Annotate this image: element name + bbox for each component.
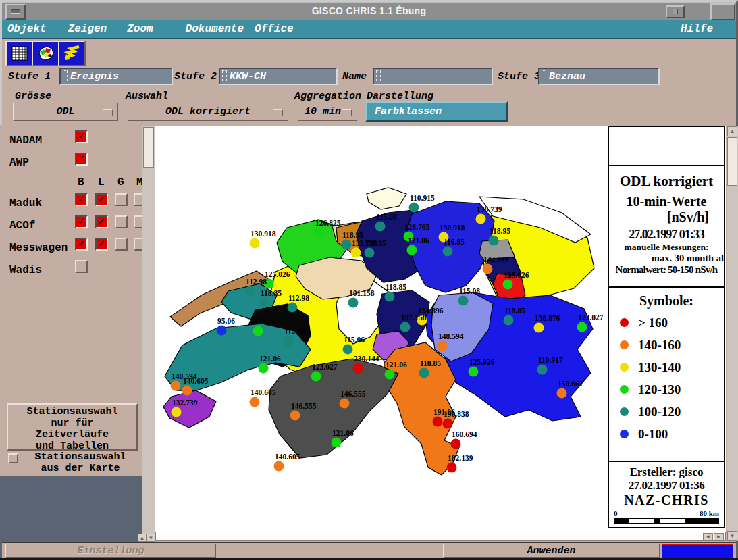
station-dot[interactable] [489,236,499,246]
aggregation-select[interactable]: 10 min [298,103,357,121]
darstellung-select[interactable]: Farbklassen [365,101,508,122]
station-dot[interactable] [250,397,260,407]
checkbox-acof-l[interactable]: ✓ [95,215,108,228]
hscroll-right-arrow-icon[interactable]: ► [714,533,724,541]
menu-item-zoom[interactable]: Zoom [122,23,158,35]
scroll-down-arrow-icon[interactable]: ▼ [147,534,155,542]
anwenden-button[interactable]: Anwenden [443,544,660,558]
station-dot[interactable] [504,315,514,326]
menu-item-office[interactable]: Office [249,23,299,35]
station-dot[interactable] [311,372,321,382]
stufe3-label: Stufe 3 [498,71,540,82]
station-dot[interactable] [534,323,544,333]
hscroll-left-arrow-icon[interactable]: ◄ [703,533,713,541]
left-scrollbar-thumb[interactable] [143,127,154,168]
station-dot[interactable] [343,345,353,355]
checkbox-nadam[interactable]: ✓ [75,130,88,143]
station-dot[interactable] [250,238,260,249]
station-dot[interactable] [274,461,284,472]
station-dot[interactable] [476,214,486,224]
station-dot[interactable] [438,341,448,351]
station-dot[interactable] [332,438,342,448]
checkbox-maduk-g[interactable] [115,193,128,206]
name-input[interactable] [373,68,493,85]
station-dot[interactable] [409,203,419,213]
station-dot[interactable] [419,368,429,378]
map-legend: ODL korrigiert 10-min-Werte [nSv/h] 27.0… [608,126,725,531]
station-dot[interactable] [458,296,469,306]
station-dot[interactable] [577,322,587,332]
station-dot[interactable] [451,439,461,449]
station-dot[interactable] [443,419,453,429]
station-dot[interactable] [537,365,548,375]
menu-item-objekt[interactable]: Objekt [2,23,52,35]
menu-item-dokumente[interactable]: Dokumente [180,23,249,35]
station-dot[interactable] [288,303,298,313]
einstellung-button[interactable]: Einstellung [5,544,216,558]
stationsauswahl-karte-checkbox[interactable] [8,453,18,463]
checkbox-acof-g[interactable] [115,215,128,228]
vscroll-down-arrow-icon[interactable]: ▼ [727,531,737,541]
station-dot[interactable] [385,370,395,380]
checkbox-wadis-b[interactable] [75,260,88,273]
menu-item-hilfe[interactable]: Hilfe [675,23,718,35]
station-value-label: 121.06 [254,317,275,326]
groesse-select[interactable]: ODL [13,103,118,121]
station-dot[interactable] [259,363,269,374]
station-dot[interactable] [483,264,493,274]
back-jump-button[interactable] [58,41,86,66]
station-value-label: 118.85 [261,289,282,297]
menu-item-zeigen[interactable]: Zeigen [63,23,113,35]
station-dot[interactable] [348,298,359,308]
station-dot[interactable] [182,386,192,396]
vscroll-up-arrow-icon[interactable]: ▲ [727,126,737,136]
auswahl-select[interactable]: ODL korrigiert [128,103,288,121]
station-dot[interactable] [245,286,255,297]
station-dot[interactable] [407,245,417,255]
window-menu-button[interactable] [5,4,26,20]
stufe3-input[interactable]: Beznau [538,68,660,85]
station-dot[interactable] [172,407,182,417]
map-vscrollbar[interactable]: ▲ ▼ [727,126,738,541]
station-dot[interactable] [340,399,350,409]
checkbox-messwagen-b[interactable]: ✓ [75,238,88,251]
minimize-button[interactable] [666,5,685,18]
station-dot[interactable] [351,248,361,258]
station-dot[interactable] [171,381,181,391]
stufe1-input[interactable]: Ereignis [59,68,173,85]
checkbox-messwagen-g[interactable] [115,238,128,251]
station-dot[interactable] [284,336,294,347]
station-dot[interactable] [365,248,375,258]
map-hscrollbar[interactable]: ◄ ► [155,532,726,541]
station-dot[interactable] [557,388,567,399]
scroll-up-arrow-icon[interactable]: ▲ [138,534,147,542]
station-dot[interactable] [400,322,411,332]
station-dot[interactable] [315,228,325,238]
station-dot[interactable] [342,240,352,250]
stationsauswahl-button[interactable]: Stationsauswahl nur für Zeitverläufe und… [7,403,138,451]
station-dot[interactable] [375,222,386,232]
map-view-button[interactable] [32,41,59,66]
station-dot[interactable] [503,280,513,290]
vscrollbar-thumb[interactable] [727,137,737,186]
station-dot[interactable] [433,417,443,427]
stufe2-input[interactable]: KKW-CH [219,68,338,85]
checkbox-acof-b[interactable]: ✓ [75,215,88,228]
station-dot[interactable] [217,326,227,336]
station-dot[interactable] [469,367,479,377]
station-dot[interactable] [253,326,263,336]
table-view-button[interactable] [5,41,33,66]
station-dot[interactable] [260,298,270,308]
station-dot[interactable] [443,247,453,257]
station-dot[interactable] [353,363,363,374]
checkbox-awp[interactable]: ✓ [75,153,88,166]
checkbox-maduk-l[interactable]: ✓ [95,193,108,206]
checkbox-maduk-b[interactable]: ✓ [75,193,88,206]
maximize-button[interactable] [710,3,735,20]
station-dot[interactable] [290,411,300,421]
station-dot[interactable] [447,463,457,473]
class-dot-icon [620,430,629,438]
left-scrollbar[interactable] [142,126,155,541]
station-dot[interactable] [385,292,395,302]
checkbox-messwagen-l[interactable]: ✓ [95,238,108,251]
